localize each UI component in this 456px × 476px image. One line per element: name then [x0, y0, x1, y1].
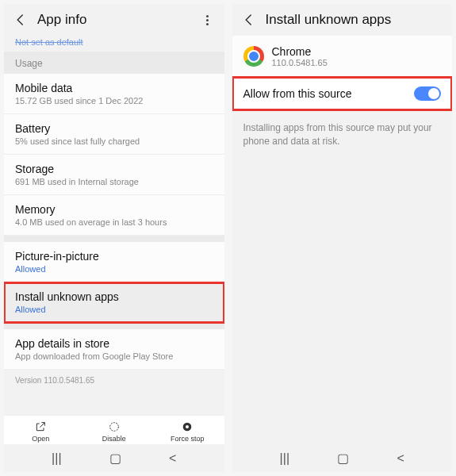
- action-label: Force stop: [171, 435, 205, 443]
- item-subtitle: Allowed: [15, 305, 213, 314]
- home-icon[interactable]: ▢: [337, 451, 349, 466]
- disable-button[interactable]: Disable: [78, 420, 151, 443]
- version-text: Version 110.0.5481.65: [4, 370, 224, 391]
- item-title: Storage: [15, 163, 213, 175]
- action-label: Disable: [102, 435, 126, 443]
- toggle-label: Allow from this source: [243, 87, 352, 100]
- content: Not set as default Usage Mobile data 15.…: [4, 36, 224, 415]
- divider: [4, 323, 224, 329]
- recents-icon[interactable]: |||: [52, 451, 61, 466]
- item-title: Memory: [15, 203, 213, 216]
- back-icon[interactable]: [13, 13, 28, 27]
- divider: [4, 236, 224, 242]
- back-nav-icon[interactable]: <: [169, 451, 176, 466]
- item-title: App details in store: [15, 337, 213, 350]
- overflow-menu-icon[interactable]: [201, 15, 215, 25]
- battery-item[interactable]: Battery 5% used since last fully charged: [4, 114, 224, 155]
- usage-section-label: Usage: [4, 52, 224, 74]
- back-icon[interactable]: [242, 13, 256, 27]
- item-subtitle: 691 MB used in Internal storage: [15, 177, 213, 186]
- allow-source-row[interactable]: Allow from this source: [232, 77, 453, 110]
- action-label: Open: [32, 435, 49, 443]
- item-subtitle: App downloaded from Google Play Store: [15, 351, 213, 361]
- storage-item[interactable]: Storage 691 MB used in Internal storage: [4, 155, 224, 195]
- header: Install unknown apps: [232, 4, 453, 36]
- install-unknown-apps-item[interactable]: Install unknown apps Allowed: [4, 282, 224, 323]
- memory-item[interactable]: Memory 4.0 MB used on average in last 3 …: [4, 195, 224, 236]
- app-name: Chrome: [272, 45, 328, 58]
- force-stop-button[interactable]: Force stop: [151, 420, 224, 443]
- header: App info: [4, 4, 224, 36]
- back-nav-icon[interactable]: <: [397, 451, 404, 466]
- recents-icon[interactable]: |||: [280, 451, 289, 466]
- svg-point-0: [109, 423, 118, 432]
- picture-in-picture-item[interactable]: Picture-in-picture Allowed: [4, 242, 224, 282]
- svg-point-2: [186, 425, 189, 428]
- page-title: App info: [37, 12, 201, 28]
- app-info-row: Chrome 110.0.5481.65: [232, 36, 453, 77]
- page-title: Install unknown apps: [266, 12, 443, 28]
- default-status: Not set as default: [4, 36, 224, 52]
- spacer: [232, 159, 453, 444]
- app-info-screen: App info Not set as default Usage Mobile…: [4, 4, 224, 472]
- home-icon[interactable]: ▢: [109, 451, 121, 466]
- item-subtitle: 15.72 GB used since 1 Dec 2022: [15, 96, 213, 106]
- allow-source-toggle[interactable]: [414, 86, 441, 101]
- mobile-data-item[interactable]: Mobile data 15.72 GB used since 1 Dec 20…: [4, 74, 224, 114]
- app-version: 110.0.5481.65: [272, 58, 328, 67]
- item-subtitle: 4.0 MB used on average in last 3 hours: [15, 217, 213, 227]
- app-details-item[interactable]: App details in store App downloaded from…: [4, 329, 224, 370]
- warning-text: Installing apps from this source may put…: [232, 110, 453, 159]
- install-unknown-apps-screen: Install unknown apps Chrome 110.0.5481.6…: [232, 4, 453, 472]
- system-navbar: ||| ▢ <: [232, 444, 453, 472]
- item-title: Picture-in-picture: [15, 250, 213, 263]
- item-subtitle: Allowed: [15, 264, 213, 274]
- item-title: Battery: [15, 122, 213, 135]
- open-button[interactable]: Open: [4, 420, 78, 443]
- bottom-actions: Open Disable Force stop: [4, 415, 224, 444]
- item-subtitle: 5% used since last fully charged: [15, 136, 213, 146]
- system-navbar: ||| ▢ <: [4, 444, 224, 472]
- chrome-icon: [243, 46, 264, 67]
- item-title: Install unknown apps: [15, 290, 213, 303]
- app-text: Chrome 110.0.5481.65: [272, 45, 328, 67]
- item-title: Mobile data: [15, 82, 213, 94]
